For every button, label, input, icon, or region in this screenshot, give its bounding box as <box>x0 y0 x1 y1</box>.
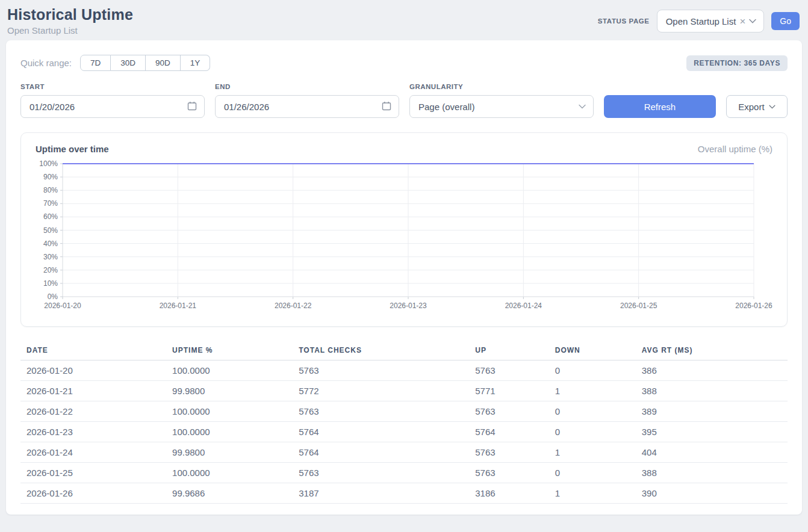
table-cell: 100.0000 <box>166 401 293 422</box>
calendar-icon[interactable] <box>382 101 391 113</box>
x-axis-label: 2026-01-22 <box>275 302 312 310</box>
status-page-value: Open Startup List <box>666 16 736 26</box>
granularity-field-group: GRANULARITY Page (overall) <box>409 83 594 118</box>
uptime-chart-card: Uptime over time Overall uptime (%) 0%10… <box>20 132 788 327</box>
start-date-value: 01/20/2026 <box>30 102 75 112</box>
table-cell: 1 <box>549 442 636 463</box>
quick-range-7d-button[interactable]: 7D <box>80 55 111 71</box>
y-axis-label: 40% <box>43 240 58 248</box>
page-subtitle: Open Startup List <box>7 25 133 36</box>
start-date-input[interactable]: 01/20/2026 <box>20 95 205 118</box>
x-axis-label: 2026-01-23 <box>390 302 427 310</box>
table-cell: 1 <box>549 381 636 401</box>
table-cell: 3186 <box>469 483 549 504</box>
uptime-line-chart: 0%10%20%30%40%50%60%70%80%90%100%2026-01… <box>31 159 780 315</box>
quick-range-90d-button[interactable]: 90D <box>146 55 181 71</box>
top-bar: Historical Uptime Open Startup List STAT… <box>0 0 808 40</box>
chart-legend: Overall uptime (%) <box>698 144 772 154</box>
granularity-select[interactable]: Page (overall) <box>409 95 594 118</box>
clear-selection-icon[interactable]: × <box>739 16 745 26</box>
chevron-down-icon <box>749 19 756 23</box>
table-row: 2026-01-2499.9800576457631404 <box>20 442 788 463</box>
table-cell: 395 <box>636 422 788 442</box>
x-axis-label: 2026-01-24 <box>505 302 542 310</box>
table-cell: 5763 <box>293 360 469 381</box>
table-cell: 5764 <box>469 422 549 442</box>
chevron-down-icon <box>769 105 775 109</box>
quick-range-buttons: 7D 30D 90D 1Y <box>80 55 210 71</box>
table-cell: 2026-01-22 <box>20 401 166 422</box>
table-cell: 99.9800 <box>166 442 293 463</box>
table-cell: 2026-01-25 <box>20 463 166 483</box>
y-axis-label: 0% <box>48 292 58 301</box>
quick-range-30d-button[interactable]: 30D <box>111 55 146 71</box>
table-cell: 1 <box>549 483 636 504</box>
y-axis-label: 80% <box>43 186 58 194</box>
y-axis-label: 10% <box>43 279 58 288</box>
table-row: 2026-01-25100.0000576357630388 <box>20 463 788 483</box>
table-cell: 2026-01-26 <box>20 483 166 504</box>
table-cell: 0 <box>549 360 636 381</box>
table-cell: 386 <box>636 360 788 381</box>
table-cell: 3187 <box>293 483 469 504</box>
table-cell: 5763 <box>469 442 549 463</box>
granularity-value: Page (overall) <box>418 102 474 112</box>
table-cell: 99.9800 <box>166 381 293 401</box>
table-cell: 5763 <box>469 463 549 483</box>
y-axis-label: 30% <box>43 253 58 261</box>
table-cell: 5764 <box>293 442 469 463</box>
x-axis-label: 2026-01-25 <box>620 302 657 310</box>
y-axis-label: 90% <box>43 173 58 181</box>
table-cell: 404 <box>636 442 788 463</box>
column-header: TOTAL CHECKS <box>293 341 469 360</box>
quick-range-group: Quick range: 7D 30D 90D 1Y <box>20 55 210 71</box>
table-row: 2026-01-22100.0000576357630389 <box>20 401 788 422</box>
table-cell: 5771 <box>469 381 549 401</box>
table-cell: 390 <box>636 483 788 504</box>
table-cell: 388 <box>636 463 788 483</box>
table-cell: 100.0000 <box>166 463 293 483</box>
refresh-button[interactable]: Refresh <box>604 95 716 118</box>
quick-range-label: Quick range: <box>20 58 72 68</box>
table-cell: 388 <box>636 381 788 401</box>
table-cell: 0 <box>549 463 636 483</box>
y-axis-label: 50% <box>43 226 58 235</box>
main-panel: Quick range: 7D 30D 90D 1Y RETENTION: 36… <box>6 40 802 515</box>
go-button[interactable]: Go <box>771 12 800 30</box>
x-axis-label: 2026-01-20 <box>44 302 81 310</box>
column-header: AVG RT (MS) <box>636 341 788 360</box>
calendar-icon[interactable] <box>187 101 197 113</box>
table-cell: 2026-01-24 <box>20 442 166 463</box>
table-header-row: DATEUPTIME %TOTAL CHECKSUPDOWNAVG RT (MS… <box>20 341 788 360</box>
status-page-select[interactable]: Open Startup List × <box>657 10 765 32</box>
table-row: 2026-01-23100.0000576457640395 <box>20 422 788 442</box>
chart-title: Uptime over time <box>36 144 109 154</box>
retention-badge: RETENTION: 365 DAYS <box>686 55 788 71</box>
chevron-down-icon <box>579 104 586 109</box>
table-cell: 0 <box>549 401 636 422</box>
chart-header: Uptime over time Overall uptime (%) <box>31 144 777 154</box>
table-cell: 5763 <box>293 401 469 422</box>
end-date-label: END <box>215 83 399 90</box>
uptime-table: DATEUPTIME %TOTAL CHECKSUPDOWNAVG RT (MS… <box>20 341 788 504</box>
x-axis-label: 2026-01-26 <box>735 302 772 310</box>
x-axis-label: 2026-01-21 <box>160 302 197 310</box>
export-button[interactable]: Export <box>726 95 788 118</box>
y-axis-label: 100% <box>39 159 58 168</box>
title-block: Historical Uptime Open Startup List <box>7 6 133 36</box>
table-cell: 100.0000 <box>166 360 293 381</box>
table-cell: 100.0000 <box>166 422 293 442</box>
column-header: UPTIME % <box>166 341 293 360</box>
table-cell: 5764 <box>293 422 469 442</box>
quick-range-1y-button[interactable]: 1Y <box>181 55 211 71</box>
table-cell: 5763 <box>293 463 469 483</box>
export-button-label: Export <box>738 102 764 112</box>
end-date-input[interactable]: 01/26/2026 <box>215 95 399 118</box>
page-title: Historical Uptime <box>7 6 133 23</box>
y-axis-label: 20% <box>43 266 58 274</box>
table-row: 2026-01-20100.0000576357630386 <box>20 360 788 381</box>
quick-range-row: Quick range: 7D 30D 90D 1Y RETENTION: 36… <box>20 55 788 71</box>
filter-controls-row: START 01/20/2026 END 01/26/2026 GRANULAR… <box>20 83 788 118</box>
table-cell: 2026-01-23 <box>20 422 166 442</box>
y-axis-label: 70% <box>43 199 58 208</box>
